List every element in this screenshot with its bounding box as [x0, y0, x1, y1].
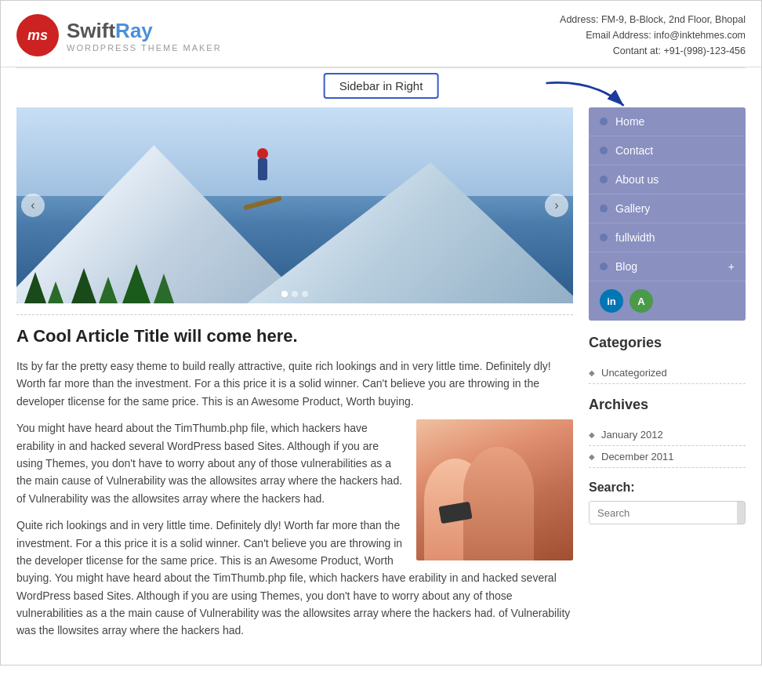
nav-item-blog[interactable]: Blog + — [589, 252, 746, 281]
article-content: A Cool Article Title will come here. Its… — [16, 326, 573, 649]
slider: ‹ › — [16, 107, 573, 303]
nav-label-home: Home — [615, 115, 735, 128]
list-item-uncategorized[interactable]: ◆ Uncategorized — [589, 362, 746, 384]
search-box: 🔍 — [589, 501, 746, 524]
archives-title: Archives — [589, 397, 746, 416]
article-image — [416, 419, 573, 560]
slider-dots — [281, 291, 308, 297]
nav-item-fullwidth[interactable]: fullwidth — [589, 223, 746, 252]
logo-text: SwiftRay WordPress Theme Maker — [67, 19, 222, 53]
snowboarder-figure — [239, 147, 286, 209]
slider-next-button[interactable]: › — [545, 194, 568, 217]
sidebar-label-row: Sidebar in Right — [1, 68, 761, 107]
nav-bullet-about — [600, 176, 608, 183]
archives-item-1: January 2012 — [601, 429, 663, 441]
social-icons-row: in A — [589, 281, 746, 321]
categories-title: Categories — [589, 335, 746, 354]
header: ms SwiftRay WordPress Theme Maker Addres… — [1, 1, 761, 67]
logo-name: SwiftRay — [67, 19, 222, 43]
nav-bullet-contact — [600, 147, 608, 154]
categories-section: Categories ◆ Uncategorized — [589, 335, 746, 384]
nav-plus-blog: + — [728, 260, 735, 273]
green-social-icon[interactable]: A — [630, 289, 653, 313]
nav-bullet-blog — [600, 263, 608, 270]
linkedin-icon[interactable]: in — [600, 289, 623, 313]
search-section: Search: 🔍 — [589, 481, 746, 524]
list-bullet-dec: ◆ — [589, 452, 595, 461]
sidebar-nav: Home Contact About us Gallery fullwidth — [589, 107, 746, 321]
article-title: A Cool Article Title will come here. — [16, 326, 573, 346]
nav-bullet-gallery — [600, 205, 608, 212]
nav-item-contact[interactable]: Contact — [589, 136, 746, 165]
address-line3: Contant at: +91-(998)-123-456 — [560, 43, 746, 59]
address-line1: Address: FM-9, B-Block, 2nd Floor, Bhopa… — [560, 12, 746, 27]
address-line2: Email Address: info@inktehmes.com — [560, 27, 746, 43]
search-input[interactable] — [590, 502, 737, 524]
sidebar: Home Contact About us Gallery fullwidth — [589, 107, 746, 649]
contact-info: Address: FM-9, B-Block, 2nd Floor, Bhopa… — [560, 12, 746, 59]
nav-bullet-fullwidth — [600, 234, 608, 241]
list-item-jan2012[interactable]: ◆ January 2012 — [589, 424, 746, 446]
list-bullet-jan: ◆ — [589, 430, 595, 439]
list-bullet: ◆ — [589, 368, 595, 377]
nav-item-about[interactable]: About us — [589, 165, 746, 194]
nav-bullet-home — [600, 118, 608, 125]
slider-prev-button[interactable]: ‹ — [21, 194, 45, 217]
article-divider — [16, 314, 573, 315]
article-body: Its by far the pretty easy theme to buil… — [16, 357, 573, 640]
search-button[interactable]: 🔍 — [737, 502, 746, 524]
slide-dot-2[interactable] — [292, 291, 298, 297]
logo-tagline: WordPress Theme Maker — [67, 43, 222, 53]
slide-dot-1[interactable] — [281, 291, 288, 297]
sky-bg — [16, 107, 573, 196]
article-paragraph-1: Its by far the pretty easy theme to buil… — [16, 357, 573, 410]
sidebar-arrow-icon — [534, 76, 636, 111]
nav-label-blog: Blog — [615, 260, 728, 273]
archives-section: Archives ◆ January 2012 ◆ December 2011 — [589, 397, 746, 468]
slide-dot-3[interactable] — [302, 291, 308, 297]
nav-item-gallery[interactable]: Gallery — [589, 194, 746, 223]
main-layout: ‹ › A Cool Article Title will come here.… — [1, 107, 761, 665]
nav-label-gallery: Gallery — [615, 202, 735, 215]
content-area: ‹ › A Cool Article Title will come here.… — [16, 107, 573, 649]
nav-label-about: About us — [615, 173, 735, 186]
nav-label-fullwidth: fullwidth — [615, 231, 735, 244]
categories-item-1: Uncategorized — [601, 367, 667, 379]
nav-label-contact: Contact — [615, 144, 735, 157]
nav-item-home[interactable]: Home — [589, 107, 746, 136]
logo-area: ms SwiftRay WordPress Theme Maker — [16, 14, 222, 56]
archives-item-2: December 2011 — [601, 451, 674, 462]
logo-icon: ms — [16, 14, 59, 56]
search-icon: 🔍 — [745, 506, 746, 519]
sidebar-label-box: Sidebar in Right — [324, 73, 439, 99]
slider-image — [16, 107, 573, 303]
list-item-dec2011[interactable]: ◆ December 2011 — [589, 446, 746, 468]
search-label: Search: — [589, 481, 746, 495]
